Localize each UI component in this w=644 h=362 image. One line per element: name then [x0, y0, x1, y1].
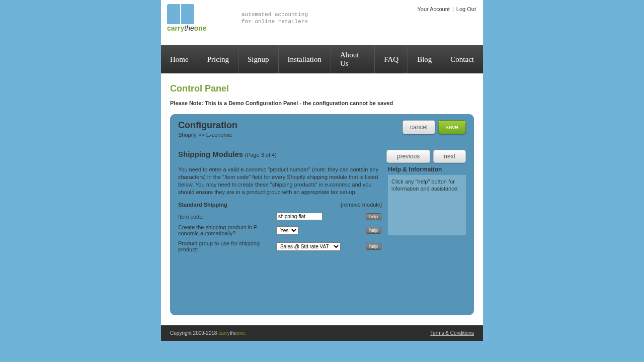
- help-button-auto-create[interactable]: help: [366, 227, 381, 234]
- intro-text: You need to enter a valid e-conomic "pro…: [178, 166, 382, 196]
- help-info-box: Click any "help" button for information …: [388, 175, 466, 235]
- nav-about-us[interactable]: About Us: [331, 45, 375, 73]
- help-button-item-code[interactable]: help: [366, 213, 381, 220]
- nav-home[interactable]: Home: [161, 45, 198, 73]
- nav-blog[interactable]: Blog: [408, 45, 441, 73]
- nav-installation[interactable]: Installation: [279, 45, 332, 73]
- logo-text: carrytheone: [167, 24, 207, 32]
- page-indicator: (Page 3 of 4): [245, 152, 277, 158]
- product-group-label: Product group to use for shipping produc…: [178, 240, 276, 252]
- logout-link[interactable]: Log Out: [456, 6, 476, 12]
- footer: Copyright 2009-2018 carrytheone. Terms &…: [161, 325, 483, 341]
- help-button-product-group[interactable]: help: [366, 243, 381, 250]
- tagline: automated accounting for online retailer…: [242, 11, 308, 26]
- item-code-label: Item code:: [178, 214, 276, 220]
- panel-header: Configuration Shopify >> E-conomic cance…: [170, 114, 474, 143]
- your-account-link[interactable]: Your Account: [417, 6, 449, 12]
- account-links: Your Account | Log Out: [417, 6, 476, 12]
- nav-faq[interactable]: FAQ: [375, 45, 408, 73]
- product-group-select[interactable]: Sales @ Std rate VAT: [276, 242, 341, 251]
- cancel-button[interactable]: cancel: [403, 120, 435, 134]
- nav-pricing[interactable]: Pricing: [198, 45, 238, 73]
- help-info-title: Help & Information: [388, 166, 466, 173]
- nav-contact[interactable]: Contact: [441, 45, 483, 73]
- auto-create-label: Create the shipping product in E-conomic…: [178, 224, 276, 236]
- page-title: Control Panel: [170, 83, 474, 94]
- next-button[interactable]: next: [433, 150, 466, 163]
- config-panel: Configuration Shopify >> E-conomic cance…: [170, 114, 474, 315]
- main-nav: Home Pricing Signup Installation About U…: [161, 45, 483, 73]
- terms-link[interactable]: Terms & Conditions: [430, 330, 474, 336]
- previous-button[interactable]: previous: [386, 150, 430, 163]
- auto-create-select[interactable]: Yes: [276, 226, 298, 235]
- demo-note: Please Note: This is a Demo Configuratio…: [170, 100, 474, 106]
- section-title: Shipping Modules: [178, 150, 243, 158]
- copyright: Copyright 2009-2018: [170, 330, 218, 336]
- logo[interactable]: carrytheone: [167, 4, 207, 32]
- nav-signup[interactable]: Signup: [238, 45, 279, 73]
- logo-mark: [167, 4, 194, 24]
- module-name: Standard Shipping: [178, 202, 227, 208]
- header: carrytheone automated accounting for onl…: [161, 0, 483, 45]
- item-code-input[interactable]: [276, 213, 323, 220]
- remove-module-link[interactable]: [remove module]: [341, 202, 382, 208]
- save-button[interactable]: save: [438, 120, 466, 134]
